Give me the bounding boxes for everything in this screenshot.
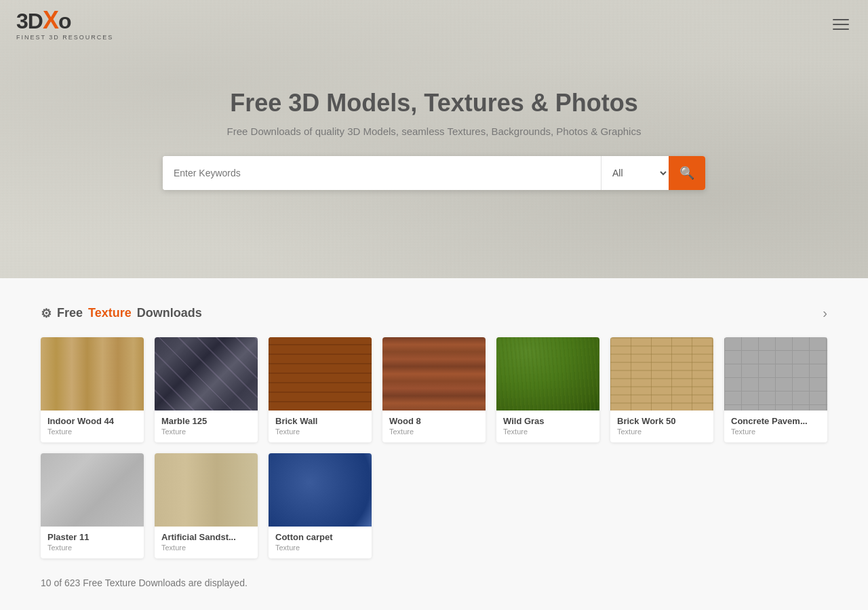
navbar: 3DXo FINEST 3D RESOURCES	[0, 0, 868, 49]
main-content: ⚙ Free Texture Downloads › Indoor Wood 4…	[0, 278, 868, 610]
texture-info-9: Artificial Sandst... Texture	[155, 527, 258, 558]
texture-name-2: Marble 125	[161, 416, 251, 426]
logo-tagline: FINEST 3D RESOURCES	[16, 34, 113, 41]
texture-thumb-4	[382, 337, 486, 411]
texture-thumb-2	[155, 337, 258, 411]
hero-section: 3DXo FINEST 3D RESOURCES Free 3D Models,…	[0, 0, 868, 278]
hero-title: Free 3D Models, Textures & Photos	[163, 89, 705, 117]
logo: 3DXo FINEST 3D RESOURCES	[16, 8, 113, 41]
section-suffix: Downloads	[137, 306, 202, 320]
texture-info-10: Cotton carpet Texture	[269, 527, 372, 558]
texture-info-4: Wood 8 Texture	[382, 411, 486, 442]
menu-button[interactable]	[830, 16, 852, 33]
hero-subtitle: Free Downloads of quality 3D Models, sea…	[163, 126, 705, 137]
texture-name-5: Wild Gras	[503, 416, 593, 426]
texture-name-9: Artificial Sandst...	[161, 532, 251, 542]
texture-card-7[interactable]: Concrete Pavem... Texture	[724, 337, 827, 442]
texture-thumb-10	[269, 453, 372, 527]
texture-card-2[interactable]: Marble 125 Texture	[155, 337, 258, 442]
section-highlight: Texture	[88, 306, 132, 320]
texture-thumb-9	[155, 453, 258, 527]
texture-card-4[interactable]: Wood 8 Texture	[382, 337, 486, 442]
texture-type-3: Texture	[275, 427, 365, 436]
texture-type-6: Texture	[617, 427, 707, 436]
section-title: ⚙ Free Texture Downloads	[41, 306, 202, 321]
texture-info-2: Marble 125 Texture	[155, 411, 258, 442]
texture-thumb-5	[496, 337, 599, 411]
texture-type-1: Texture	[47, 427, 137, 436]
texture-name-4: Wood 8	[389, 416, 479, 426]
search-button[interactable]: 🔍	[669, 156, 705, 190]
texture-type-8: Texture	[47, 544, 137, 552]
texture-name-8: Plaster 11	[47, 532, 137, 542]
texture-type-2: Texture	[161, 427, 251, 436]
search-icon: 🔍	[679, 166, 694, 180]
texture-info-7: Concrete Pavem... Texture	[724, 411, 827, 442]
count-label: 10 of 623 Free Texture Downloads are dis…	[41, 577, 827, 588]
section-header: ⚙ Free Texture Downloads ›	[41, 305, 827, 321]
clock-icon: ⚙	[41, 306, 52, 321]
texture-type-9: Texture	[161, 544, 251, 552]
texture-name-10: Cotton carpet	[275, 532, 365, 542]
texture-thumb-7	[724, 337, 827, 411]
next-arrow[interactable]: ›	[823, 305, 827, 321]
texture-thumb-8	[41, 453, 144, 527]
texture-name-3: Brick Wall	[275, 416, 365, 426]
logo-x: X	[43, 6, 58, 34]
texture-grid-row1: Indoor Wood 44 Texture Marble 125 Textur…	[41, 337, 827, 442]
search-input[interactable]	[163, 156, 601, 190]
texture-thumb-3	[269, 337, 372, 411]
texture-name-7: Concrete Pavem...	[731, 416, 821, 426]
search-bar: All Textures 3D Models Photos Background…	[163, 156, 705, 190]
hamburger-icon	[833, 19, 849, 30]
texture-info-5: Wild Gras Texture	[496, 411, 599, 442]
texture-type-10: Texture	[275, 544, 365, 552]
texture-info-6: Brick Work 50 Texture	[610, 411, 713, 442]
texture-card-3[interactable]: Brick Wall Texture	[269, 337, 372, 442]
texture-name-1: Indoor Wood 44	[47, 416, 137, 426]
logo-text: 3DXo	[16, 8, 113, 33]
section-prefix: Free	[57, 306, 83, 320]
texture-info-1: Indoor Wood 44 Texture	[41, 411, 144, 442]
texture-card-8[interactable]: Plaster 11 Texture	[41, 453, 144, 558]
texture-info-8: Plaster 11 Texture	[41, 527, 144, 558]
texture-type-4: Texture	[389, 427, 479, 436]
texture-card-10[interactable]: Cotton carpet Texture	[269, 453, 372, 558]
hero-content: Free 3D Models, Textures & Photos Free D…	[163, 89, 705, 190]
texture-thumb-6	[610, 337, 713, 411]
texture-card-6[interactable]: Brick Work 50 Texture	[610, 337, 713, 442]
texture-card-5[interactable]: Wild Gras Texture	[496, 337, 599, 442]
texture-card-1[interactable]: Indoor Wood 44 Texture	[41, 337, 144, 442]
texture-thumb-1	[41, 337, 144, 411]
search-category-select[interactable]: All Textures 3D Models Photos Background…	[601, 156, 669, 190]
texture-card-9[interactable]: Artificial Sandst... Texture	[155, 453, 258, 558]
texture-type-7: Texture	[731, 427, 821, 436]
texture-info-3: Brick Wall Texture	[269, 411, 372, 442]
texture-grid-row2: Plaster 11 Texture Artificial Sandst... …	[41, 453, 827, 558]
texture-name-6: Brick Work 50	[617, 416, 707, 426]
texture-type-5: Texture	[503, 427, 593, 436]
